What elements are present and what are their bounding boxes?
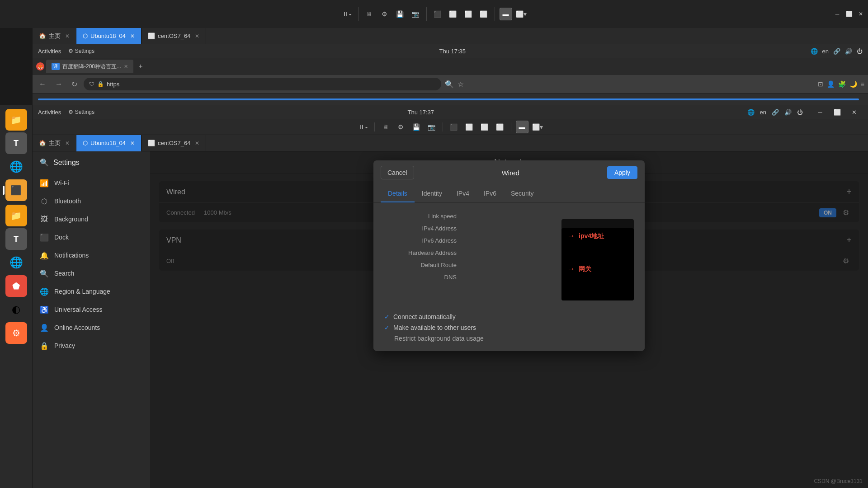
toolbar-snapshot-icon-2[interactable]: 📷 (425, 121, 438, 133)
sidebar-item-notifications[interactable]: 🔔 Notifications (33, 246, 150, 264)
toolbar-save-icon[interactable]: 💾 (394, 8, 406, 20)
activities-btn-1[interactable]: Activities (38, 48, 61, 55)
dock-item-files-1[interactable]: 📁 (5, 109, 27, 131)
checkbox-connect-auto: ✓ Connect automatically (384, 311, 634, 322)
minimize-button[interactable]: ─ (832, 9, 843, 19)
tab-home-2[interactable]: 🏠 主页 ✕ (33, 135, 76, 151)
new-tab-btn-1[interactable]: + (135, 61, 146, 72)
tab-details[interactable]: Details (381, 185, 415, 202)
dock-item-chrome-2[interactable]: 🌐 (5, 252, 27, 273)
restore-btn-2[interactable]: ⬜ (829, 105, 845, 119)
toolbar-view2-icon[interactable]: ⬜ (447, 8, 459, 20)
toolbar-pause-icon-2[interactable]: ⏸▾ (357, 121, 370, 133)
url-bar[interactable]: 🛡 🔒 https (84, 78, 441, 90)
close-btn-2[interactable]: ✕ (846, 105, 863, 119)
search-icon-browser[interactable]: 🔍 (445, 80, 454, 89)
tab-close-1[interactable]: ✕ (65, 33, 70, 39)
toolbar-view4-icon-2[interactable]: ⬜ (494, 121, 506, 133)
cancel-button[interactable]: Cancel (381, 166, 414, 179)
toolbar-settings-icon[interactable]: ⚙ (378, 8, 391, 20)
sidebar-item-universal-access[interactable]: ♿ Universal Access (33, 300, 150, 319)
bookmark-icon[interactable]: ☆ (458, 80, 464, 89)
toolbar-view4-icon[interactable]: ⬜ (477, 8, 490, 20)
toolbar-view3-icon[interactable]: ⬜ (462, 8, 475, 20)
menu-icon[interactable]: ≡ (861, 80, 864, 88)
ipv4-arrow: → (567, 231, 575, 241)
dialog-checkbox-area: ✓ Connect automatically ✓ Make available… (373, 308, 645, 351)
sidebar-label-background: Background (54, 216, 88, 223)
dock-item-chrome-1[interactable]: 🌐 (5, 156, 27, 178)
dock-item-dev[interactable]: ⚙ (5, 322, 27, 344)
tab-ubuntu-2[interactable]: ⬡ Ubuntu18_04 ✕ (76, 135, 142, 151)
dock-item-text-2[interactable]: T (5, 228, 27, 250)
back-btn[interactable]: ← (36, 79, 49, 89)
sidebar-item-region[interactable]: 🌐 Region & Language (33, 282, 150, 300)
dock-item-vm-2[interactable]: ⬟ (5, 275, 27, 297)
toolbar-terminal-icon[interactable]: ▬ (500, 8, 512, 20)
browser-tab-close-1[interactable]: ✕ (124, 64, 128, 70)
tab-home-label: 主页 (49, 32, 61, 40)
checkbox-make-available: ✓ Make available to other users (384, 322, 634, 333)
toolbar-settings-icon-2[interactable]: ⚙ (395, 121, 407, 133)
dock-item-files-2[interactable]: 📁 (5, 205, 27, 226)
progress-bar-bg (38, 99, 859, 100)
toolbar-expand-icon-2[interactable]: ⬜▾ (531, 121, 544, 133)
toolbar-save-icon-2[interactable]: 💾 (410, 121, 423, 133)
centos-icon-1: ⬜ (148, 33, 155, 39)
toolbar-snapshot-icon[interactable]: 📷 (409, 8, 422, 20)
tab-close-ubuntu-1[interactable]: ✕ (130, 33, 135, 39)
toolbar-monitor-icon-2[interactable]: 🖥 (379, 121, 392, 133)
separator (426, 7, 427, 21)
toolbar-view1-icon[interactable]: ⬛ (431, 8, 444, 20)
minimize-btn-2[interactable]: ─ (812, 105, 828, 119)
sidebar-item-bluetooth[interactable]: ⬡ Bluetooth (33, 192, 150, 210)
ipv4-label: IPv4 Address (384, 225, 457, 232)
lang-btn-1[interactable]: en (822, 48, 829, 55)
tab-security[interactable]: Security (504, 185, 541, 202)
sidebar-item-search[interactable]: 🔍 Search (33, 264, 150, 282)
reload-btn[interactable]: ↻ (69, 79, 80, 89)
vm-tabbar-1: 🏠 主页 ✕ ⬡ Ubuntu18_04 ✕ ⬜ centOS7_64 ✕ (33, 28, 868, 44)
tab-ipv6[interactable]: IPv6 (476, 185, 504, 202)
default-route-label: Default Route (384, 262, 457, 268)
tab-centos-1[interactable]: ⬜ centOS7_64 ✕ (142, 28, 206, 44)
settings-btn-2[interactable]: ⚙ Settings (68, 109, 94, 115)
dialog-titlebar: Cancel Wired Apply (373, 160, 645, 185)
tab-home-1[interactable]: 🏠 主页 ✕ (33, 28, 76, 44)
restore-button[interactable]: ⬜ (844, 9, 854, 19)
sidebar-item-background[interactable]: 🖼 Background (33, 210, 150, 228)
sidebar-item-dock[interactable]: ⬛ Dock (33, 228, 150, 246)
sidebar-item-privacy[interactable]: 🔒 Privacy (33, 337, 150, 355)
dock-item-edge[interactable]: ◐ (5, 299, 27, 320)
toolbar-view1-icon-2[interactable]: ⬛ (448, 121, 460, 133)
activities-btn-2[interactable]: Activities (38, 109, 61, 116)
sidebar-item-online-accounts[interactable]: 👤 Online Accounts (33, 319, 150, 337)
checkbox-2-mark: ✓ (384, 324, 390, 331)
tab-close-home-2[interactable]: ✕ (65, 140, 70, 146)
sidebar-item-wifi[interactable]: 📶 Wi-Fi (33, 174, 150, 192)
field-hardware: Hardware Address (384, 247, 552, 259)
browser-tab-1[interactable]: 译 百度翻译-200种语言互... ✕ (46, 60, 133, 73)
toolbar-terminal-icon-2[interactable]: ▬ (516, 121, 528, 133)
dock-item-text-1[interactable]: T (5, 132, 27, 154)
tab-close-ubuntu-2[interactable]: ✕ (130, 140, 135, 146)
dock-item-vm[interactable]: ⬛ (5, 179, 27, 201)
tab-close-centos-2[interactable]: ✕ (195, 140, 199, 146)
tab-ubuntu-1[interactable]: ⬡ Ubuntu18_04 ✕ (76, 28, 142, 44)
forward-btn[interactable]: → (52, 79, 65, 89)
tab-close-centos-1[interactable]: ✕ (195, 33, 199, 39)
close-button[interactable]: ✕ (855, 9, 866, 19)
toolbar-expand-icon[interactable]: ⬜▾ (515, 8, 528, 20)
tab-centos-2[interactable]: ⬜ centOS7_64 ✕ (142, 135, 206, 151)
toolbar-pause-icon[interactable]: ⏸▾ (341, 8, 354, 20)
settings-btn-1[interactable]: ⚙ Settings (68, 48, 94, 54)
tab-identity[interactable]: Identity (415, 185, 449, 202)
toolbar-view3-icon-2[interactable]: ⬜ (478, 121, 491, 133)
toolbar-view2-icon-2[interactable]: ⬜ (463, 121, 476, 133)
lang-btn-2[interactable]: en (760, 109, 766, 116)
tab-ipv4[interactable]: IPv4 (449, 185, 476, 202)
toolbar-monitor-icon[interactable]: 🖥 (363, 8, 376, 20)
url-text: https (107, 81, 119, 88)
sep-2 (374, 122, 375, 131)
apply-button[interactable]: Apply (607, 166, 637, 179)
